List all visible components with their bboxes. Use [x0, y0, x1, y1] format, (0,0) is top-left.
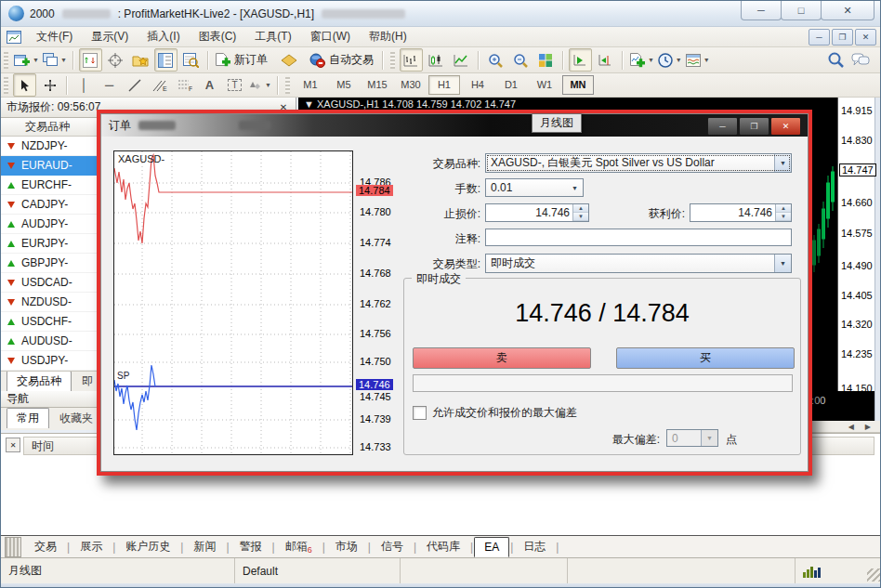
chevron-down-icon[interactable]: ▼: [774, 154, 791, 172]
tab-account-history[interactable]: 账户历史: [116, 536, 179, 557]
tab-exposure[interactable]: 展示: [71, 536, 112, 557]
profiles-button[interactable]: ▼: [42, 48, 68, 72]
order-type-select[interactable]: 即时成交 ▼: [485, 254, 792, 273]
zoom-in-button[interactable]: [484, 48, 507, 72]
timeframe-h1[interactable]: H1: [428, 75, 460, 95]
toolbar-grip[interactable]: [285, 77, 290, 94]
timeframe-mn[interactable]: MN: [562, 75, 594, 95]
chart-price-scale[interactable]: 14.915 14.830 14.747 14.660 14.575 14.49…: [837, 98, 874, 391]
comment-input[interactable]: [485, 229, 792, 246]
sell-button[interactable]: 卖: [413, 347, 591, 369]
close-icon[interactable]: ✕: [6, 438, 20, 452]
new-chart-button[interactable]: ▼: [13, 48, 40, 72]
bar-chart-button[interactable]: [400, 48, 423, 72]
dialog-minimize-button[interactable]: ─: [707, 117, 738, 136]
text-label-tool-button[interactable]: T: [223, 73, 246, 97]
autotrading-button[interactable]: 自动交易: [308, 48, 377, 72]
shapes-tool-button[interactable]: ▼: [248, 73, 272, 97]
volume-select[interactable]: 0.01 ▼: [485, 178, 584, 197]
tab-experts[interactable]: EA: [474, 537, 509, 557]
order-dialog-titlebar[interactable]: 订单 ─ ❐ ✕: [101, 114, 808, 137]
trendline-tool-button[interactable]: [123, 73, 146, 97]
timeframe-m1[interactable]: M1: [295, 75, 326, 95]
price-tick: 14.660: [841, 197, 873, 208]
toolbar-grip[interactable]: [390, 52, 395, 69]
tab-symbols[interactable]: 交易品种: [7, 371, 72, 391]
toolbar-grip[interactable]: [4, 77, 8, 94]
periods-button[interactable]: ▼: [657, 48, 683, 72]
status-profile[interactable]: Default: [235, 558, 401, 583]
tab-signals[interactable]: 信号: [372, 536, 413, 557]
chevron-down-icon[interactable]: ▼: [567, 179, 583, 196]
takeprofit-input[interactable]: 14.746 ▲▼: [690, 203, 792, 222]
timeframe-m15[interactable]: M15: [362, 75, 393, 95]
close-button[interactable]: ✕: [821, 1, 874, 20]
scroll-left-icon[interactable]: ◀: [848, 423, 854, 431]
buy-button[interactable]: 买: [616, 347, 795, 369]
menu-tools[interactable]: 工具(T): [245, 27, 300, 46]
collapse-chevron-icon[interactable]: ▼: [304, 98, 314, 110]
tab-journal[interactable]: 日志: [514, 536, 555, 557]
menu-file[interactable]: 文件(F): [27, 27, 82, 46]
text-tool-button[interactable]: A: [198, 73, 221, 97]
tab-market[interactable]: 市场: [326, 536, 367, 557]
child-restore-button[interactable]: ❐: [832, 29, 853, 46]
deviation-checkbox[interactable]: [413, 406, 427, 420]
chart-shift-button[interactable]: [594, 48, 617, 72]
tab-mailbox[interactable]: 邮箱6: [276, 536, 322, 557]
favorites-button[interactable]: [129, 48, 152, 72]
line-chart-button[interactable]: [450, 48, 473, 72]
dialog-close-button[interactable]: ✕: [770, 117, 801, 136]
crosshair-button[interactable]: [104, 48, 127, 72]
minimize-button[interactable]: ─: [741, 1, 782, 20]
cursor-tool-button[interactable]: [13, 73, 36, 97]
metaeditor-button[interactable]: [278, 48, 301, 72]
menu-help[interactable]: 帮助(H): [360, 27, 416, 46]
tab-news[interactable]: 新闻: [184, 536, 225, 557]
community-chat-button[interactable]: [848, 48, 872, 72]
zoom-out-button[interactable]: [509, 48, 533, 72]
menu-insert[interactable]: 插入(I): [138, 27, 189, 46]
data-window-button[interactable]: [179, 48, 203, 72]
templates-button[interactable]: ▼: [685, 48, 711, 72]
toolbar-grip[interactable]: [4, 52, 8, 69]
tab-trade[interactable]: 交易: [25, 536, 66, 557]
timeframe-m30[interactable]: M30: [395, 75, 427, 95]
fibonacci-tool-button[interactable]: F: [173, 73, 196, 97]
maximize-button[interactable]: □: [781, 1, 822, 20]
new-order-button[interactable]: 新订单: [214, 48, 271, 72]
menu-charts[interactable]: 图表(C): [190, 27, 246, 46]
scroll-right-icon[interactable]: ▶: [865, 423, 871, 431]
terminal-grip-icon[interactable]: [5, 537, 21, 557]
menu-view[interactable]: 显示(V): [82, 27, 138, 46]
equidistant-channel-tool-button[interactable]: E: [148, 73, 171, 97]
tab-favorites[interactable]: 收藏夹: [49, 408, 103, 428]
search-button[interactable]: [823, 48, 847, 72]
menu-window[interactable]: 窗口(W): [301, 27, 360, 46]
dialog-restore-button[interactable]: ❐: [739, 117, 769, 136]
timeframe-w1[interactable]: W1: [529, 75, 560, 95]
tab-alerts[interactable]: 警报: [230, 536, 271, 557]
symbol-select[interactable]: XAGUSD-, 白银美元 Spot Silver vs US Dollar ▼: [485, 153, 792, 173]
tab-common[interactable]: 常用: [7, 408, 49, 428]
timeframe-d1[interactable]: D1: [495, 75, 527, 95]
resize-grip[interactable]: [867, 568, 880, 581]
timeframe-h4[interactable]: H4: [462, 75, 493, 95]
vertical-line-tool-button[interactable]: │: [72, 73, 96, 97]
auto-scroll-button[interactable]: [569, 48, 592, 72]
timeframe-m5[interactable]: M5: [328, 75, 360, 95]
tile-windows-button[interactable]: [534, 48, 558, 72]
spinner-arrows[interactable]: ▲▼: [775, 204, 791, 221]
tab-code-base[interactable]: 代码库: [417, 536, 469, 557]
tick-chart-button[interactable]: [79, 48, 102, 72]
max-deviation-select[interactable]: 0 ▼: [666, 429, 718, 447]
horizontal-line-tool-button[interactable]: ─: [98, 73, 121, 97]
market-watch-toggle-button[interactable]: [154, 48, 178, 72]
crosshair-tool-button[interactable]: [38, 73, 61, 97]
deviation-checkbox-row[interactable]: 允许成交价和报价的最大偏差: [413, 405, 577, 421]
child-close-button[interactable]: ✕: [855, 29, 876, 46]
child-minimize-button[interactable]: ─: [809, 29, 830, 46]
candlestick-button[interactable]: [425, 48, 448, 72]
indicators-button[interactable]: ▼: [628, 48, 655, 72]
chevron-down-icon[interactable]: ▼: [774, 255, 791, 272]
